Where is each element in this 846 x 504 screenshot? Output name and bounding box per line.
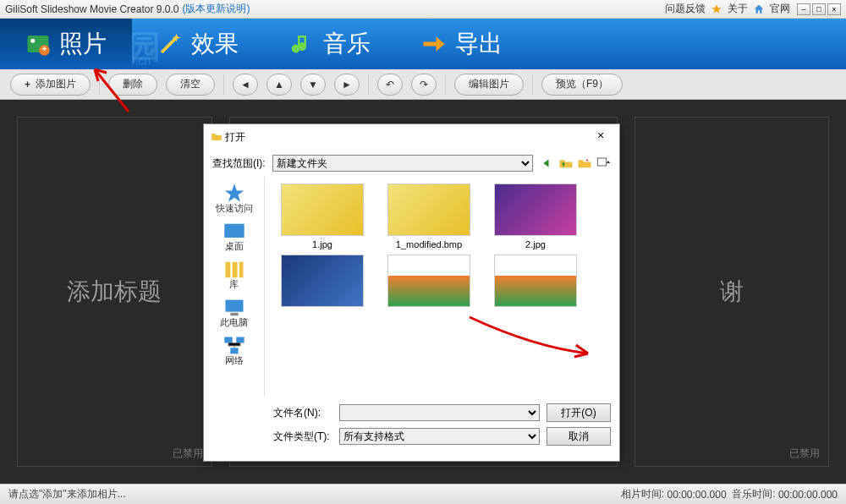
minimize-button[interactable]: – (797, 3, 810, 15)
file-item[interactable]: 2.jpg (485, 184, 586, 249)
open-button[interactable]: 打开(O) (547, 403, 611, 422)
photo-icon (25, 31, 51, 57)
thanks-panel-disabled: 已禁用 (789, 446, 820, 461)
tab-music[interactable]: 音乐 (264, 19, 396, 69)
filename-input[interactable] (339, 404, 540, 421)
update-link[interactable]: (版本更新说明) (182, 2, 250, 16)
title-panel-label: 添加标题 (67, 276, 162, 308)
thanks-panel-label: 谢 (720, 276, 744, 308)
filetype-select[interactable]: 所有支持格式 (339, 428, 540, 445)
svg-rect-9 (230, 313, 238, 316)
close-button[interactable]: × (827, 3, 841, 15)
title-bar: GiliSoft Slideshow Movie Creator 9.0.0 (… (0, 0, 846, 19)
dialog-titlebar: 打开 × (204, 124, 619, 150)
music-icon (289, 31, 315, 57)
svg-rect-4 (44, 47, 45, 51)
title-panel[interactable]: 添加标题 已禁用 (17, 117, 212, 467)
side-desktop[interactable]: 桌面 (204, 218, 264, 255)
cancel-button[interactable]: 取消 (547, 427, 611, 446)
dialog-title: 打开 (225, 130, 245, 145)
side-library[interactable]: 库 (204, 256, 264, 293)
file-item[interactable] (272, 255, 373, 310)
tab-export[interactable]: 导出 (396, 19, 528, 69)
arrow-left-button[interactable]: ◄ (233, 74, 258, 96)
tab-effect-label: 效果 (191, 28, 239, 60)
export-icon (421, 31, 447, 57)
status-hint: 请点选"添加"来添加相片... (8, 487, 126, 501)
svg-rect-11 (236, 337, 244, 343)
thanks-panel[interactable]: 谢 已禁用 (634, 117, 830, 467)
music-time-value: 00:00:00.000 (778, 489, 838, 501)
app-title: GiliSoft Slideshow Movie Creator 9.0.0 (5, 3, 179, 15)
rotate-cw-button[interactable]: ↷ (411, 74, 437, 96)
star-icon (711, 3, 722, 15)
filetype-label: 文件类型(T): (273, 430, 332, 444)
svg-text:*: * (586, 157, 589, 165)
look-in-label: 查找范围(I): (212, 156, 266, 171)
svg-rect-7 (224, 224, 244, 238)
rotate-ccw-button[interactable]: ↶ (377, 74, 403, 96)
arrow-right-button[interactable]: ► (334, 74, 360, 96)
toolbar: +添加图片 删除 清空 ◄ ▲ ▼ ► ↶ ↷ 编辑图片 预览（F9） (0, 69, 846, 100)
file-item[interactable]: 1_modified.bmp (378, 184, 480, 249)
file-list[interactable]: 1.jpg1_modified.bmp2.jpg (265, 177, 619, 397)
tab-export-label: 导出 (455, 28, 503, 60)
feedback-link[interactable]: 问题反馈 (665, 2, 706, 16)
arrow-down-button[interactable]: ▼ (300, 74, 326, 96)
svg-rect-8 (225, 300, 243, 312)
home-icon (753, 3, 765, 15)
dialog-sidebar: 快速访问 桌面 库 此电脑 网络 (204, 177, 265, 397)
folder-icon (211, 131, 222, 143)
home-link[interactable]: 官网 (770, 2, 790, 16)
tab-photo-label: 照片 (59, 28, 107, 60)
photo-time-label: 相片时间: (621, 487, 664, 501)
status-bar: 请点选"添加"来添加相片... 相片时间: 00:00:00.000 音乐时间:… (0, 484, 846, 504)
side-quick[interactable]: 快速访问 (204, 180, 264, 216)
look-in-select[interactable]: 新建文件夹 (272, 155, 533, 172)
back-icon[interactable] (540, 156, 555, 171)
maximize-button[interactable]: □ (812, 3, 826, 15)
filename-label: 文件名(N): (273, 406, 332, 420)
preview-button[interactable]: 预览（F9） (541, 74, 623, 96)
edit-photo-button[interactable]: 编辑图片 (454, 74, 524, 96)
add-photo-button[interactable]: +添加图片 (10, 74, 91, 96)
new-folder-icon[interactable]: * (577, 156, 592, 171)
side-thispc[interactable]: 此电脑 (204, 294, 264, 331)
side-network[interactable]: 网络 (204, 332, 264, 369)
wand-icon (157, 31, 183, 57)
file-item[interactable] (485, 255, 586, 310)
svg-rect-10 (224, 337, 232, 343)
main-tabs: 照片 效果 音乐 导出 (0, 19, 846, 69)
file-item[interactable]: 1.jpg (272, 184, 373, 249)
tab-effect[interactable]: 效果 (132, 19, 264, 69)
svg-rect-12 (230, 348, 238, 353)
about-link[interactable]: 关于 (728, 2, 748, 16)
photo-time-value: 00:00:00.000 (667, 489, 726, 501)
tab-photo[interactable]: 照片 (0, 19, 132, 69)
up-folder-icon[interactable] (558, 156, 574, 171)
svg-point-1 (30, 39, 35, 43)
clear-button[interactable]: 清空 (166, 74, 215, 96)
tab-music-label: 音乐 (323, 28, 371, 60)
open-dialog: 打开 × 查找范围(I): 新建文件夹 * 快速访问 桌面 库 此电脑 网络 1… (203, 123, 620, 462)
arrow-up-button[interactable]: ▲ (266, 74, 292, 96)
title-panel-disabled: 已禁用 (173, 446, 203, 461)
music-time-label: 音乐时间: (732, 487, 775, 501)
file-item[interactable] (378, 255, 480, 310)
delete-button[interactable]: 删除 (108, 74, 157, 96)
view-menu-icon[interactable] (596, 156, 611, 171)
svg-rect-6 (597, 158, 607, 166)
dialog-close-button[interactable]: × (589, 129, 613, 145)
